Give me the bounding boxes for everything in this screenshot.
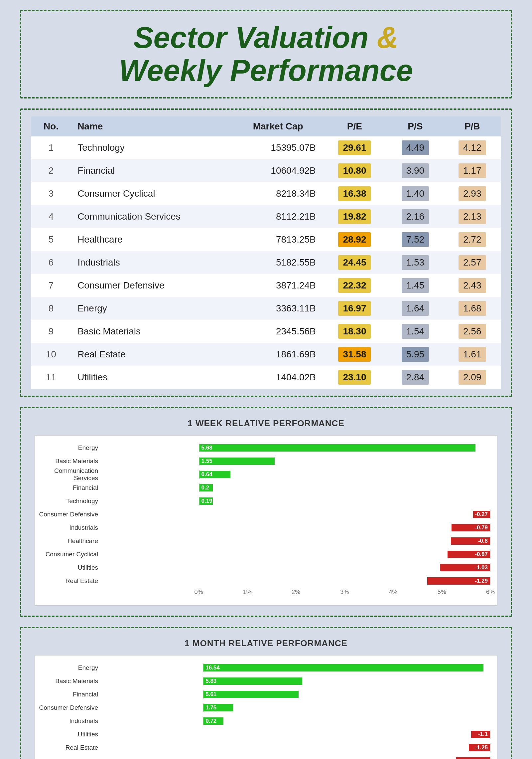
bar-value: 0.64 [200, 471, 214, 478]
chart-row: Utilities-1.1 [101, 729, 490, 740]
x-axis-label: 3% [340, 589, 349, 596]
bar-container: -2 [101, 757, 490, 759]
cell-pe: 16.38 [323, 182, 387, 205]
cell-pe: 29.61 [323, 136, 387, 159]
chart-row: Basic Materials5.83 [101, 675, 490, 687]
bar-negative: -1.1 [471, 731, 490, 738]
table-body: 1 Technology 15395.07B 29.61 4.49 4.12 2… [31, 136, 501, 389]
table-row: 11 Utilities 1404.02B 23.10 2.84 2.09 [31, 366, 501, 389]
bar-label: Industrials [37, 717, 98, 725]
bar-label: Basic Materials [37, 677, 98, 685]
table-row: 3 Consumer Cyclical 8218.34B 16.38 1.40 … [31, 182, 501, 205]
bar-container: 0.72 [101, 717, 490, 725]
month-chart-title: 1 MONTH RELATIVE PERFORMANCE [35, 638, 497, 649]
cell-no: 5 [31, 228, 71, 251]
cell-ps: 2.16 [387, 205, 444, 228]
cell-no: 3 [31, 182, 71, 205]
cell-pb: 2.72 [444, 228, 501, 251]
cell-name: Consumer Cyclical [71, 182, 233, 205]
week-chart-title: 1 WEEK RELATIVE PERFORMANCE [35, 418, 497, 429]
x-axis-label: 2% [292, 589, 300, 596]
bar-label: Technology [37, 497, 98, 505]
table-row: 5 Healthcare 7813.25B 28.92 7.52 2.72 [31, 228, 501, 251]
cell-name: Healthcare [71, 228, 233, 251]
bar-container: 1.75 [101, 703, 490, 712]
bar-container: 0.2 [101, 483, 490, 492]
table-header-row: No. Name Market Cap P/E P/S P/B [31, 116, 501, 136]
chart-row: Consumer Defensive-0.27 [101, 509, 490, 520]
col-ps: P/S [387, 116, 444, 136]
bar-value: 5.61 [203, 691, 218, 698]
bar-label: Real Estate [37, 577, 98, 585]
cell-name: Energy [71, 297, 233, 320]
cell-pe: 22.32 [323, 274, 387, 297]
month-chart-area: Energy16.54Basic Materials5.83Financial5… [35, 655, 497, 759]
bar-value: -0.27 [473, 511, 490, 518]
cell-mc: 10604.92B [234, 159, 323, 182]
cell-ps: 1.54 [387, 320, 444, 343]
cell-name: Basic Materials [71, 320, 233, 343]
chart-row: Energy16.54 [101, 662, 490, 673]
bar-label: Utilities [37, 731, 98, 738]
cell-mc: 3363.11B [234, 297, 323, 320]
bar-container: -0.27 [101, 510, 490, 519]
bar-negative: -0.8 [451, 537, 490, 545]
chart-row: Utilities-1.03 [101, 562, 490, 573]
chart-row: Communication Services0.64 [101, 469, 490, 480]
cell-mc: 2345.56B [234, 320, 323, 343]
bar-container: 0.64 [101, 470, 490, 479]
title-box: Sector Valuation & Weekly Performance [20, 10, 512, 98]
cell-pe: 16.97 [323, 297, 387, 320]
bar-value: 1.55 [200, 458, 214, 465]
cell-pe: 31.58 [323, 343, 387, 366]
bar-negative: -2 [456, 757, 490, 759]
chart-row: Consumer Defensive1.75 [101, 702, 490, 713]
cell-ps: 3.90 [387, 159, 444, 182]
bar-positive: 1.75 [203, 704, 233, 711]
cell-no: 9 [31, 320, 71, 343]
x-axis-label: 6% [486, 589, 495, 596]
table-row: 8 Energy 3363.11B 16.97 1.64 1.68 [31, 297, 501, 320]
cell-name: Communication Services [71, 205, 233, 228]
bar-value: -1.29 [473, 578, 490, 584]
bar-label: Energy [37, 664, 98, 671]
bar-positive: 16.54 [203, 664, 483, 671]
bar-label: Consumer Defensive [37, 704, 98, 711]
cell-no: 6 [31, 251, 71, 274]
cell-no: 11 [31, 366, 71, 389]
table-row: 2 Financial 10604.92B 10.80 3.90 1.17 [31, 159, 501, 182]
cell-pe: 19.82 [323, 205, 387, 228]
cell-ps: 7.52 [387, 228, 444, 251]
cell-mc: 8218.34B [234, 182, 323, 205]
chart-row: Consumer Cyclical-0.87 [101, 549, 490, 560]
bar-container: -1.29 [101, 577, 490, 585]
cell-no: 1 [31, 136, 71, 159]
week-chart-box: 1 WEEK RELATIVE PERFORMANCE Energy5.68Ba… [20, 407, 512, 617]
bar-negative: -1.03 [440, 564, 490, 571]
chart-row: Real Estate-1.25 [101, 742, 490, 753]
cell-pb: 2.57 [444, 251, 501, 274]
cell-ps: 1.40 [387, 182, 444, 205]
x-axis-label: 0% [194, 589, 203, 596]
cell-name: Industrials [71, 251, 233, 274]
table-row: 4 Communication Services 8112.21B 19.82 … [31, 205, 501, 228]
bar-label: Consumer Cyclical [37, 551, 98, 558]
chart-row: Healthcare-0.8 [101, 535, 490, 547]
bar-container: -1.25 [101, 743, 490, 752]
cell-name: Technology [71, 136, 233, 159]
cell-ps: 5.95 [387, 343, 444, 366]
bar-label: Communication Services [37, 467, 98, 482]
x-axis-label: 4% [389, 589, 397, 596]
col-name: Name [71, 116, 233, 136]
bar-positive: 1.55 [200, 458, 275, 465]
bar-value: -1.1 [476, 731, 490, 738]
cell-pb: 2.43 [444, 274, 501, 297]
bar-container: 5.68 [101, 444, 490, 452]
x-axis-label: 5% [438, 589, 446, 596]
bar-negative: -1.29 [427, 577, 490, 585]
month-chart-box: 1 MONTH RELATIVE PERFORMANCE Energy16.54… [20, 627, 512, 759]
cell-ps: 1.53 [387, 251, 444, 274]
bar-positive: 0.19 [200, 497, 213, 505]
cell-pb: 1.17 [444, 159, 501, 182]
col-mc: Market Cap [234, 116, 323, 136]
